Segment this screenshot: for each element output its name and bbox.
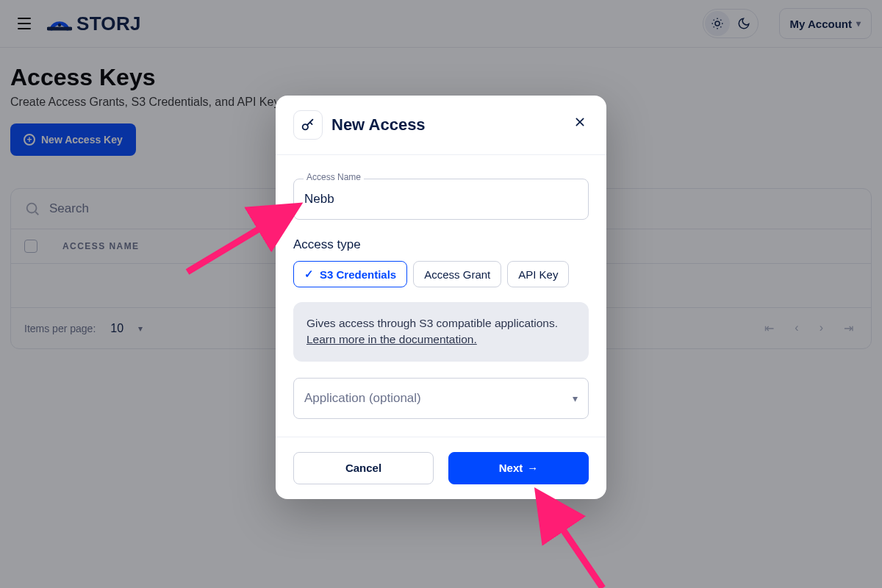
chip-api-key[interactable]: API Key: [507, 261, 569, 287]
application-select-wrap: Application (optional) ▾: [293, 378, 589, 419]
access-type-label: Access type: [293, 237, 589, 252]
modal-title: New Access: [331, 115, 562, 135]
modal-footer: Cancel Next →: [276, 437, 606, 499]
key-icon: [293, 110, 323, 140]
access-type-group: ✓ S3 Credentials Access Grant API Key: [293, 261, 589, 287]
close-button[interactable]: [571, 116, 589, 134]
chip-s3-credentials[interactable]: ✓ S3 Credentials: [293, 261, 407, 287]
chip-access-grant[interactable]: Access Grant: [413, 261, 501, 287]
new-access-modal: New Access Access Name Access type ✓ S3 …: [276, 96, 606, 499]
next-button[interactable]: Next →: [448, 452, 589, 484]
info-doc-link[interactable]: Learn more in the documentation.: [306, 333, 477, 345]
access-name-field: Access Name: [293, 179, 589, 220]
access-type-info: Gives access through S3 compatible appli…: [293, 302, 589, 362]
access-name-input[interactable]: [293, 179, 589, 220]
application-select-placeholder: Application (optional): [304, 391, 421, 406]
application-select[interactable]: Application (optional) ▾: [293, 378, 589, 419]
arrow-right-icon: →: [527, 462, 538, 474]
close-icon: [574, 116, 586, 128]
check-icon: ✓: [304, 268, 314, 281]
chevron-down-icon: ▾: [573, 392, 578, 404]
info-text: Gives access through S3 compatible appli…: [306, 317, 558, 329]
modal-body: Access Name Access type ✓ S3 Credentials…: [276, 155, 606, 437]
access-name-label: Access Name: [304, 172, 364, 182]
modal-header: New Access: [276, 96, 606, 155]
cancel-button[interactable]: Cancel: [293, 452, 434, 484]
